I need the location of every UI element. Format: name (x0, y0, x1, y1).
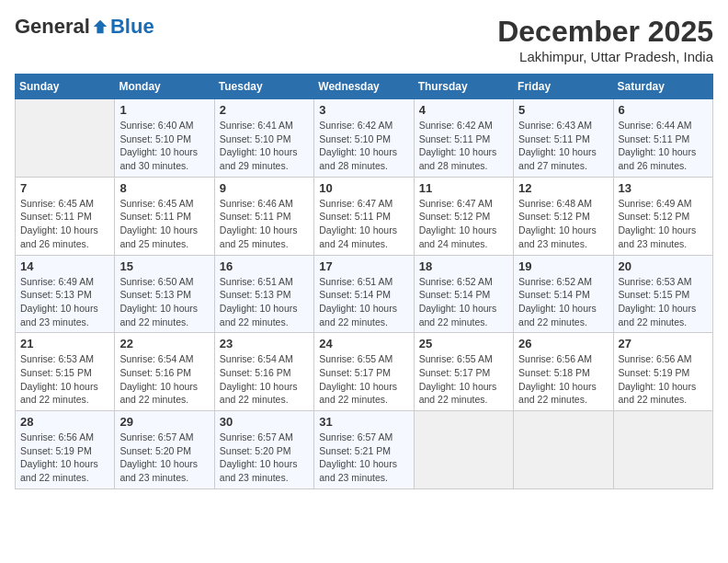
calendar-week-3: 14Sunrise: 6:49 AMSunset: 5:13 PMDayligh… (16, 255, 713, 333)
day-info: Sunrise: 6:54 AMSunset: 5:16 PMDaylight:… (220, 352, 309, 407)
day-info: Sunrise: 6:53 AMSunset: 5:15 PMDaylight:… (619, 275, 708, 329)
day-number: 26 (518, 337, 608, 350)
day-info: Sunrise: 6:44 AMSunset: 5:11 PMDaylight:… (619, 119, 708, 173)
day-number: 29 (119, 415, 209, 429)
day-number: 20 (619, 259, 708, 273)
calendar-cell (414, 411, 513, 489)
header-day-thursday: Thursday (414, 75, 513, 99)
calendar-cell: 9Sunrise: 6:46 AMSunset: 5:11 PMDaylight… (214, 177, 313, 255)
calendar-cell: 14Sunrise: 6:49 AMSunset: 5:13 PMDayligh… (16, 255, 115, 333)
calendar-cell: 22Sunrise: 6:54 AMSunset: 5:16 PMDayligh… (115, 333, 214, 411)
logo-blue: Blue (110, 15, 154, 39)
header-row: SundayMondayTuesdayWednesdayThursdayFrid… (16, 75, 713, 99)
day-info: Sunrise: 6:55 AMSunset: 5:17 PMDaylight:… (319, 352, 408, 407)
day-number: 22 (119, 337, 209, 350)
calendar-cell: 21Sunrise: 6:53 AMSunset: 5:15 PMDayligh… (16, 333, 115, 411)
day-info: Sunrise: 6:50 AMSunset: 5:13 PMDaylight:… (119, 275, 209, 329)
calendar-table: SundayMondayTuesdayWednesdayThursdayFrid… (15, 74, 713, 489)
day-number: 23 (220, 337, 309, 350)
day-info: Sunrise: 6:43 AMSunset: 5:11 PMDaylight:… (518, 119, 608, 173)
day-info: Sunrise: 6:53 AMSunset: 5:15 PMDaylight:… (20, 352, 109, 407)
day-info: Sunrise: 6:45 AMSunset: 5:11 PMDaylight:… (20, 197, 109, 251)
calendar-cell: 24Sunrise: 6:55 AMSunset: 5:17 PMDayligh… (314, 333, 414, 411)
header-day-wednesday: Wednesday (314, 75, 414, 99)
day-info: Sunrise: 6:57 AMSunset: 5:20 PMDaylight:… (220, 431, 309, 485)
calendar-cell: 31Sunrise: 6:57 AMSunset: 5:21 PMDayligh… (314, 411, 414, 489)
header-day-saturday: Saturday (613, 75, 712, 99)
location-subtitle: Lakhimpur, Uttar Pradesh, India (497, 49, 713, 64)
day-info: Sunrise: 6:52 AMSunset: 5:14 PMDaylight:… (518, 275, 608, 329)
day-number: 9 (220, 181, 309, 195)
day-number: 16 (220, 259, 309, 273)
day-info: Sunrise: 6:42 AMSunset: 5:10 PMDaylight:… (319, 119, 408, 173)
day-number: 7 (20, 181, 109, 195)
day-info: Sunrise: 6:41 AMSunset: 5:10 PMDaylight:… (220, 119, 309, 173)
month-title: December 2025 (497, 15, 713, 49)
day-number: 28 (20, 415, 109, 429)
day-info: Sunrise: 6:45 AMSunset: 5:11 PMDaylight:… (119, 197, 209, 251)
calendar-cell: 11Sunrise: 6:47 AMSunset: 5:12 PMDayligh… (414, 177, 513, 255)
day-info: Sunrise: 6:57 AMSunset: 5:21 PMDaylight:… (319, 431, 408, 485)
day-number: 18 (419, 259, 508, 273)
day-info: Sunrise: 6:56 AMSunset: 5:19 PMDaylight:… (619, 352, 708, 407)
calendar-cell: 10Sunrise: 6:47 AMSunset: 5:11 PMDayligh… (314, 177, 414, 255)
logo: General Blue (15, 15, 154, 39)
title-block: December 2025 Lakhimpur, Uttar Pradesh, … (497, 15, 713, 64)
calendar-cell: 28Sunrise: 6:56 AMSunset: 5:19 PMDayligh… (16, 411, 115, 489)
calendar-cell: 16Sunrise: 6:51 AMSunset: 5:13 PMDayligh… (214, 255, 313, 333)
calendar-cell: 30Sunrise: 6:57 AMSunset: 5:20 PMDayligh… (214, 411, 313, 489)
day-number: 19 (518, 259, 608, 273)
day-number: 1 (119, 103, 209, 117)
calendar-cell: 3Sunrise: 6:42 AMSunset: 5:10 PMDaylight… (314, 99, 414, 178)
calendar-cell: 1Sunrise: 6:40 AMSunset: 5:10 PMDaylight… (115, 99, 214, 178)
svg-marker-0 (94, 20, 107, 33)
day-info: Sunrise: 6:49 AMSunset: 5:13 PMDaylight:… (20, 275, 109, 329)
calendar-cell: 2Sunrise: 6:41 AMSunset: 5:10 PMDaylight… (214, 99, 313, 178)
calendar-cell (613, 411, 712, 489)
day-info: Sunrise: 6:48 AMSunset: 5:12 PMDaylight:… (518, 197, 608, 251)
day-number: 30 (220, 415, 309, 429)
header-day-sunday: Sunday (16, 75, 115, 99)
day-info: Sunrise: 6:57 AMSunset: 5:20 PMDaylight:… (119, 431, 209, 485)
calendar-cell (16, 99, 115, 178)
calendar-week-4: 21Sunrise: 6:53 AMSunset: 5:15 PMDayligh… (16, 333, 713, 411)
day-number: 25 (419, 337, 508, 350)
calendar-cell: 13Sunrise: 6:49 AMSunset: 5:12 PMDayligh… (613, 177, 712, 255)
day-info: Sunrise: 6:49 AMSunset: 5:12 PMDaylight:… (619, 197, 708, 251)
calendar-cell: 4Sunrise: 6:42 AMSunset: 5:11 PMDaylight… (414, 99, 513, 178)
day-info: Sunrise: 6:52 AMSunset: 5:14 PMDaylight:… (419, 275, 508, 329)
day-number: 12 (518, 181, 608, 195)
calendar-cell: 6Sunrise: 6:44 AMSunset: 5:11 PMDaylight… (613, 99, 712, 178)
day-number: 31 (319, 415, 408, 429)
day-info: Sunrise: 6:42 AMSunset: 5:11 PMDaylight:… (419, 119, 508, 173)
calendar-cell: 7Sunrise: 6:45 AMSunset: 5:11 PMDaylight… (16, 177, 115, 255)
day-number: 15 (119, 259, 209, 273)
day-info: Sunrise: 6:46 AMSunset: 5:11 PMDaylight:… (220, 197, 309, 251)
day-number: 3 (319, 103, 408, 117)
day-number: 17 (319, 259, 408, 273)
day-number: 21 (20, 337, 109, 350)
header-day-monday: Monday (115, 75, 214, 99)
day-info: Sunrise: 6:47 AMSunset: 5:12 PMDaylight:… (419, 197, 508, 251)
calendar-cell: 19Sunrise: 6:52 AMSunset: 5:14 PMDayligh… (514, 255, 613, 333)
calendar-cell: 8Sunrise: 6:45 AMSunset: 5:11 PMDaylight… (115, 177, 214, 255)
calendar-cell: 18Sunrise: 6:52 AMSunset: 5:14 PMDayligh… (414, 255, 513, 333)
calendar-cell: 23Sunrise: 6:54 AMSunset: 5:16 PMDayligh… (214, 333, 313, 411)
day-info: Sunrise: 6:56 AMSunset: 5:19 PMDaylight:… (20, 431, 109, 485)
day-number: 27 (619, 337, 708, 350)
calendar-cell: 25Sunrise: 6:55 AMSunset: 5:17 PMDayligh… (414, 333, 513, 411)
day-number: 8 (119, 181, 209, 195)
day-info: Sunrise: 6:51 AMSunset: 5:13 PMDaylight:… (220, 275, 309, 329)
day-number: 6 (619, 103, 708, 117)
calendar-cell: 27Sunrise: 6:56 AMSunset: 5:19 PMDayligh… (613, 333, 712, 411)
day-info: Sunrise: 6:55 AMSunset: 5:17 PMDaylight:… (419, 352, 508, 407)
header-day-friday: Friday (514, 75, 613, 99)
day-number: 2 (220, 103, 309, 117)
calendar-cell: 5Sunrise: 6:43 AMSunset: 5:11 PMDaylight… (514, 99, 613, 178)
calendar-cell: 12Sunrise: 6:48 AMSunset: 5:12 PMDayligh… (514, 177, 613, 255)
calendar-body: 1Sunrise: 6:40 AMSunset: 5:10 PMDaylight… (16, 99, 713, 489)
day-number: 4 (419, 103, 508, 117)
day-number: 14 (20, 259, 109, 273)
calendar-cell: 15Sunrise: 6:50 AMSunset: 5:13 PMDayligh… (115, 255, 214, 333)
header-day-tuesday: Tuesday (214, 75, 313, 99)
